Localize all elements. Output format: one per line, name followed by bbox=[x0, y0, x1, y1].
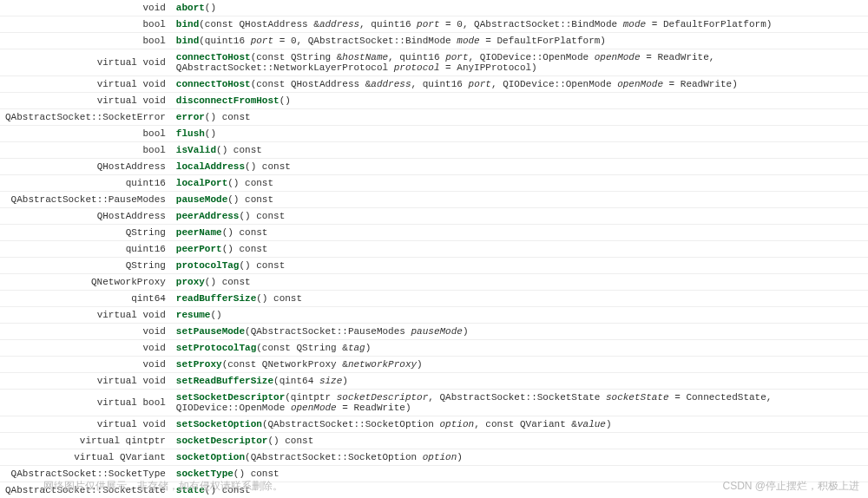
return-type: virtual void bbox=[0, 373, 171, 390]
signature-params: () bbox=[279, 95, 291, 106]
function-link[interactable]: resume bbox=[176, 310, 211, 320]
function-signature: abort() bbox=[171, 0, 868, 16]
api-row: QNetworkProxyproxy() const bbox=[0, 274, 868, 291]
api-row: QAbstractSocket::SocketErrorerror() cons… bbox=[0, 109, 868, 126]
function-signature: pauseMode() const bbox=[171, 192, 868, 208]
function-signature: localAddress() const bbox=[171, 159, 868, 175]
api-row: QHostAddresspeerAddress() const bbox=[0, 208, 868, 225]
function-signature: socketOption(QAbstractSocket::SocketOpti… bbox=[171, 449, 868, 466]
function-link[interactable]: socketDescriptor bbox=[176, 436, 268, 446]
signature-params: () const bbox=[233, 469, 279, 479]
function-link[interactable]: connectToHost bbox=[176, 79, 251, 89]
function-signature: setReadBufferSize(qint64 size) bbox=[171, 373, 868, 390]
signature-params: () const bbox=[205, 112, 251, 122]
return-type: quint16 bbox=[0, 241, 171, 258]
api-row: virtual voidresume() bbox=[0, 307, 868, 324]
signature-params: (const QString &hostName, quint16 port, … bbox=[176, 52, 715, 73]
signature-params: () const bbox=[227, 178, 273, 188]
api-row: quint16peerPort() const bbox=[0, 241, 868, 258]
return-type: QAbstractSocket::SocketError bbox=[0, 109, 171, 126]
api-row: virtual voidsetReadBufferSize(qint64 siz… bbox=[0, 373, 868, 390]
return-type: bool bbox=[0, 126, 171, 142]
function-signature: error() const bbox=[171, 109, 868, 126]
return-type: bool bbox=[0, 16, 171, 33]
api-row: voidabort() bbox=[0, 0, 868, 16]
return-type: virtual void bbox=[0, 49, 171, 76]
api-row: virtual voidconnectToHost(const QString … bbox=[0, 49, 868, 76]
function-link[interactable]: setPauseMode bbox=[176, 326, 245, 337]
function-link[interactable]: socketType bbox=[176, 469, 233, 479]
function-link[interactable]: disconnectFromHost bbox=[176, 95, 279, 106]
return-type: void bbox=[0, 324, 171, 340]
return-type: virtual qintptr bbox=[0, 433, 171, 449]
signature-params: (qint64 size) bbox=[273, 376, 348, 386]
function-link[interactable]: localAddress bbox=[176, 161, 245, 172]
function-signature: readBufferSize() const bbox=[171, 291, 868, 307]
api-row: QAbstractSocket::PauseModespauseMode() c… bbox=[0, 192, 868, 208]
return-type: QString bbox=[0, 258, 171, 274]
return-type: virtual void bbox=[0, 93, 171, 109]
function-link[interactable]: abort bbox=[176, 3, 205, 13]
api-row: boolbind(const QHostAddress &address, qu… bbox=[0, 16, 868, 33]
function-signature: bind(const QHostAddress &address, quint1… bbox=[171, 16, 868, 33]
return-type: qint64 bbox=[0, 291, 171, 307]
signature-params: () const bbox=[239, 211, 285, 221]
function-signature: setSocketOption(QAbstractSocket::SocketO… bbox=[171, 416, 868, 433]
function-link[interactable]: peerName bbox=[176, 227, 222, 238]
signature-params: () const bbox=[239, 260, 285, 271]
function-link[interactable]: setSocketOption bbox=[176, 419, 262, 429]
function-link[interactable]: peerPort bbox=[176, 244, 222, 254]
api-row: QStringprotocolTag() const bbox=[0, 258, 868, 274]
return-type: virtual QVariant bbox=[0, 449, 171, 466]
return-type: void bbox=[0, 0, 171, 16]
function-signature: socketDescriptor() const bbox=[171, 433, 868, 449]
return-type: QString bbox=[0, 225, 171, 241]
api-row: boolflush() bbox=[0, 126, 868, 142]
function-link[interactable]: proxy bbox=[176, 277, 205, 287]
function-signature: disconnectFromHost() bbox=[171, 93, 868, 109]
function-link[interactable]: bind bbox=[176, 19, 199, 29]
function-link[interactable]: bind bbox=[176, 36, 199, 46]
return-type: QHostAddress bbox=[0, 159, 171, 175]
function-signature: peerAddress() const bbox=[171, 208, 868, 225]
function-link[interactable]: protocolTag bbox=[176, 260, 240, 271]
function-link[interactable]: socketOption bbox=[176, 452, 245, 462]
api-row: QStringpeerName() const bbox=[0, 225, 868, 241]
function-signature: bind(quint16 port = 0, QAbstractSocket::… bbox=[171, 33, 868, 49]
api-row: voidsetProxy(const QNetworkProxy &networ… bbox=[0, 357, 868, 373]
function-link[interactable]: isValid bbox=[176, 145, 216, 155]
return-type: bool bbox=[0, 142, 171, 159]
signature-params: (const QString &tag) bbox=[256, 343, 371, 353]
return-type: virtual void bbox=[0, 307, 171, 324]
function-link[interactable]: localPort bbox=[176, 178, 227, 188]
return-type: QHostAddress bbox=[0, 208, 171, 225]
function-signature: setProtocolTag(const QString &tag) bbox=[171, 340, 868, 357]
function-link[interactable]: pauseMode bbox=[176, 194, 227, 205]
function-link[interactable]: setReadBufferSize bbox=[176, 376, 273, 386]
signature-params: (const QHostAddress &address, quint16 po… bbox=[199, 19, 772, 29]
function-link[interactable]: connectToHost bbox=[176, 52, 251, 62]
api-row: virtual voiddisconnectFromHost() bbox=[0, 93, 868, 109]
signature-params: (QAbstractSocket::SocketOption option, c… bbox=[262, 419, 612, 429]
api-row: quint16localPort() const bbox=[0, 175, 868, 192]
function-signature: flush() bbox=[171, 126, 868, 142]
function-link[interactable]: peerAddress bbox=[176, 211, 240, 221]
function-link[interactable]: error bbox=[176, 112, 205, 122]
return-type: virtual void bbox=[0, 416, 171, 433]
function-link[interactable]: readBufferSize bbox=[176, 293, 256, 304]
signature-params: () bbox=[205, 3, 216, 13]
api-row: virtual voidconnectToHost(const QHostAdd… bbox=[0, 76, 868, 93]
function-link[interactable]: setSocketDescriptor bbox=[176, 392, 285, 403]
function-signature: setPauseMode(QAbstractSocket::PauseModes… bbox=[171, 324, 868, 340]
signature-params: () bbox=[210, 310, 221, 320]
function-link[interactable]: setProtocolTag bbox=[176, 343, 256, 353]
signature-params: () const bbox=[256, 293, 302, 304]
function-link[interactable]: flush bbox=[176, 128, 205, 139]
api-row: boolisValid() const bbox=[0, 142, 868, 159]
return-type: QAbstractSocket::PauseModes bbox=[0, 192, 171, 208]
function-signature: connectToHost(const QString &hostName, q… bbox=[171, 49, 868, 76]
function-link[interactable]: setProxy bbox=[176, 359, 222, 370]
signature-params: () bbox=[205, 128, 216, 139]
signature-params: (QAbstractSocket::PauseModes pauseMode) bbox=[245, 326, 468, 337]
api-row: QHostAddresslocalAddress() const bbox=[0, 159, 868, 175]
